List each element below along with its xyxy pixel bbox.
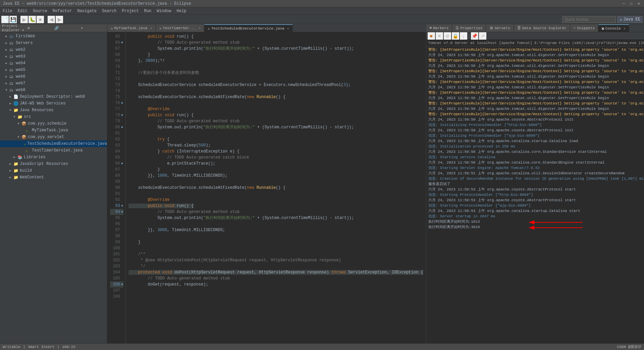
view-menu-icon[interactable]: ▾ — [80, 26, 105, 31]
save-button[interactable]: 💾 — [9, 16, 17, 23]
cursor-position: 108:22 — [62, 345, 75, 349]
tree-arrow: ▶ — [5, 68, 9, 72]
menu-search[interactable]: Search — [99, 8, 119, 14]
prev-button[interactable]: ◀ — [48, 16, 55, 23]
editor-tab-testscheduled[interactable]: ☕ TestScheduledExecutorService.java ✕ — [204, 24, 293, 32]
tab-properties[interactable]: ☰ Properties — [452, 24, 486, 32]
maximize-button[interactable]: ☐ — [629, 1, 634, 6]
tab-close-icon[interactable]: ✕ — [150, 26, 152, 30]
close-button[interactable]: ✕ — [636, 1, 641, 6]
scroll-lock-button[interactable]: 🔒 — [452, 32, 459, 40]
tree-item-testtimer[interactable]: ☕ TestTimerServlet.java — [0, 147, 107, 154]
menu-source[interactable]: Source — [30, 8, 50, 14]
tab-icon: ☕ — [111, 26, 113, 30]
tree-item-web3[interactable]: ▶ 🗂 web3 — [0, 53, 107, 60]
tree-item-build[interactable]: ▶ 📁 build — [0, 167, 107, 174]
scroll-down-button[interactable]: ↓ — [460, 32, 467, 40]
tree-item-webcontent[interactable]: ▶ 📁 WebContent — [0, 174, 107, 181]
terminate-button[interactable]: ■ — [428, 32, 435, 40]
tree-arrow: ▼ — [13, 115, 17, 119]
tree-item-firstweb[interactable]: ▶ 🗂 FirstWeb — [0, 33, 107, 40]
console-header: Tomcat v7.0 Server at localhost [Apache … — [426, 40, 644, 46]
tab-markers[interactable]: ⚑ Markers — [426, 24, 452, 32]
link-editor-icon[interactable]: 🔗 — [53, 26, 78, 31]
tab-close-icon[interactable]: ✕ — [199, 26, 201, 30]
collapse-all-icon[interactable]: ⊟ — [26, 26, 52, 31]
menu-window[interactable]: Window — [154, 8, 174, 14]
quick-access-input[interactable] — [562, 16, 616, 23]
console-tab-bar: ⚑ Markers ☰ Properties 🖥 Servers 🗄 Data … — [426, 24, 644, 32]
console-line: 六月 24, 2023 11:50:50 上午 org.apache.tomca… — [428, 74, 644, 79]
menu-run[interactable]: Run — [142, 8, 154, 14]
quick-access-box: ☕ Java EE — [562, 16, 643, 23]
tab-servers[interactable]: 🖥 Servers — [486, 24, 514, 32]
tree-label: web5 — [16, 68, 25, 72]
tree-item-web7[interactable]: ▶ 🗂 web7 — [0, 80, 107, 87]
tab-label: Servers — [494, 26, 510, 30]
stop-button[interactable]: ■ — [37, 16, 44, 23]
tree-item-deployment[interactable]: ▶ 📄 Deployment Descriptor: web8 — [0, 93, 107, 100]
java-ee-perspective-button[interactable]: ☕ Java EE — [617, 16, 643, 23]
tree-item-java-resources[interactable]: ▼ 📁 Java Resources — [0, 107, 107, 114]
tab-datasource[interactable]: 🗄 Data Source Explorer — [514, 24, 570, 32]
tab-console[interactable]: ▣ Console ✕ — [598, 24, 629, 32]
tree-label: FirstWeb — [16, 34, 35, 39]
tree-label: com.yyy.servlet — [28, 135, 64, 139]
tab-close-icon[interactable]: ✕ — [624, 27, 626, 31]
tree-item-web5[interactable]: ▶ 🗂 web5 — [0, 67, 107, 73]
tree-item-web4[interactable]: ▶ 🗂 web4 — [0, 60, 107, 67]
editor-tab-testtimer[interactable]: ☕ TestTimerSer... ✕ — [156, 24, 205, 32]
console-line: 六月 24, 2023 11:50:50 上午 org.apache.catal… — [428, 149, 644, 155]
tree-item-jaxws[interactable]: ▶ 🌐 JAX-WS Web Services — [0, 100, 107, 107]
tree-item-schedule-pkg[interactable]: ▼ 📦 com.yyy.schedule — [0, 120, 107, 127]
deployment-icon: 📄 — [13, 94, 19, 99]
project-icon: 🗂 — [9, 68, 15, 73]
status-separator: | — [23, 345, 25, 349]
run-button[interactable]: ▶ — [20, 16, 28, 23]
editor-tab-mytimetask[interactable]: ☕ MyTimeTask.java ✕ — [107, 24, 156, 32]
tree-item-testscheduled[interactable]: ☕ TestScheduledExecutorService.java — [0, 140, 107, 147]
console-line: 六月 24, 2023 11:50:52 上午 org.apache.catal… — [428, 171, 644, 176]
tree-item-libraries[interactable]: ▶ 📚 Libraries — [0, 154, 107, 161]
tree-item-mytimetask[interactable]: ☕ MyTimeTask.java — [0, 127, 107, 134]
toolbar: 📄 💾 ▶ 🐛 ■ ◀ ▶ ☕ Java EE — [0, 15, 644, 24]
titlebar-controls[interactable]: — ☐ ✕ — [621, 1, 641, 6]
menu-help[interactable]: Help — [174, 8, 189, 14]
debug-button[interactable]: 🐛 — [29, 16, 36, 23]
pin-console-button[interactable]: 📌 — [471, 32, 478, 40]
tree-item-js-resources[interactable]: ▶ 📁 JavaScript Resources — [0, 161, 107, 167]
console-line: 信息: Creation of SecureRandom instance fo… — [428, 176, 644, 181]
minimize-button[interactable]: — — [621, 1, 626, 6]
clear-console-button[interactable]: ⊘ — [444, 32, 451, 40]
tree-item-servers[interactable]: ▶ 🗂 Servers — [0, 40, 107, 46]
menu-edit[interactable]: Edit — [15, 8, 30, 14]
tree-arrow: ▶ — [5, 81, 9, 85]
tab-close-icon[interactable]: ✕ — [287, 27, 289, 31]
console-output-text: 执行时间距离开始时间为:1013 — [428, 219, 480, 224]
remove-terminated-button[interactable]: ✕ — [436, 32, 443, 40]
menu-file[interactable]: File — [0, 8, 15, 14]
tree-item-servlet-pkg[interactable]: ▼ 📦 com.yyy.servlet — [0, 134, 107, 140]
console-line: 警告: [SetPropertiesRule]{Server/Service/E… — [428, 47, 644, 52]
console-line: 警告: [SetPropertiesRule]{Server/Service/E… — [428, 90, 644, 95]
tree-arrow: ▶ — [5, 34, 9, 38]
tree-arrow: ▶ — [13, 155, 17, 159]
tree-item-web6[interactable]: ▶ 🗂 web6 — [0, 73, 107, 80]
open-console-button[interactable]: ↗ — [479, 32, 486, 40]
menu-navigate[interactable]: Navigate — [74, 8, 99, 14]
menu-project[interactable]: Project — [119, 8, 141, 14]
new-button[interactable]: 📄 — [1, 16, 9, 23]
tab-label: Console — [605, 27, 621, 31]
java-icon: ☕ — [25, 148, 31, 153]
tree-item-web2[interactable]: ▶ 🗂 web2 — [0, 46, 107, 53]
tree-item-src[interactable]: ▼ 📁 src — [0, 114, 107, 120]
tab-snippets[interactable]: ✂ Snippets — [570, 24, 598, 32]
console-line: 警告: [SetPropertiesRule]{Server/Service/E… — [428, 101, 644, 106]
menu-refactor[interactable]: Refactor — [50, 8, 75, 14]
console-panel: ⚑ Markers ☰ Properties 🖥 Servers 🗄 Data … — [426, 24, 644, 350]
next-button[interactable]: ▶ — [56, 16, 63, 23]
java-ee-label: Java EE — [624, 17, 640, 22]
code-editor[interactable]: public void run() { // TODO Auto-generat… — [126, 32, 426, 345]
project-icon: 🗂 — [9, 81, 15, 86]
tree-item-web8[interactable]: ▼ 🗂 web8 — [0, 87, 107, 93]
